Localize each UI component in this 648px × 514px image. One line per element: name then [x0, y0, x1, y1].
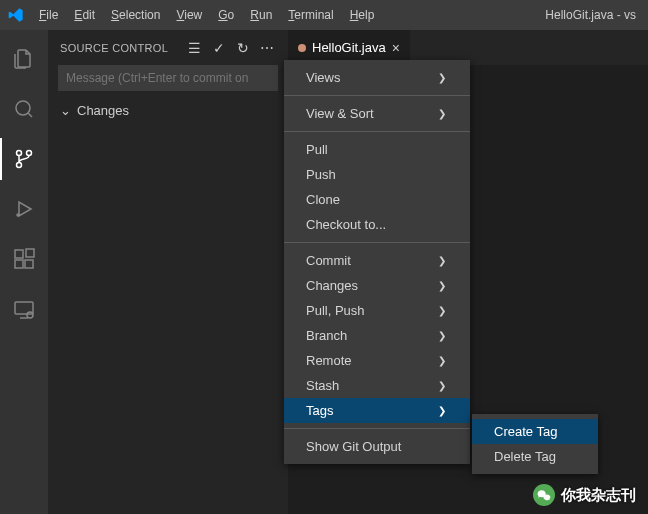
close-icon[interactable]: ×	[392, 40, 400, 56]
menu-run[interactable]: Run	[243, 4, 279, 26]
menu-item-checkout-to-[interactable]: Checkout to...	[284, 212, 470, 237]
menu-item-branch[interactable]: Branch❯	[284, 323, 470, 348]
watermark-text: 你我杂志刊	[561, 486, 636, 505]
svg-point-2	[17, 151, 22, 156]
sidebar: SOURCE CONTROL ☰ ✓ ↻ ⋯ ⌄ Changes	[48, 30, 288, 514]
menu-item-show-git-output[interactable]: Show Git Output	[284, 434, 470, 459]
svg-rect-8	[26, 249, 34, 257]
svg-point-1	[27, 151, 32, 156]
svg-point-10	[27, 312, 33, 318]
wechat-icon	[533, 484, 555, 506]
menu-terminal[interactable]: Terminal	[281, 4, 340, 26]
more-actions-icon[interactable]: ⋯	[258, 39, 276, 57]
submenu-item-delete-tag[interactable]: Delete Tag	[472, 444, 598, 469]
menu-go[interactable]: Go	[211, 4, 241, 26]
extensions-icon[interactable]	[0, 238, 48, 280]
submenu-item-create-tag[interactable]: Create Tag	[472, 419, 598, 444]
window-title: HelloGit.java - vs	[545, 8, 640, 22]
menu-help[interactable]: Help	[343, 4, 382, 26]
watermark: 你我杂志刊	[533, 484, 636, 506]
titlebar: File Edit Selection View Go Run Terminal…	[0, 0, 648, 30]
menu-selection[interactable]: Selection	[104, 4, 167, 26]
menu-item-views[interactable]: Views❯	[284, 65, 470, 90]
menu-item-changes[interactable]: Changes❯	[284, 273, 470, 298]
menu-item-view-sort[interactable]: View & Sort❯	[284, 101, 470, 126]
activity-bar	[0, 30, 48, 514]
run-debug-icon[interactable]	[0, 188, 48, 230]
menu-view[interactable]: View	[169, 4, 209, 26]
chevron-down-icon: ⌄	[60, 103, 71, 118]
view-tree-icon[interactable]: ☰	[186, 39, 204, 57]
menu-item-stash[interactable]: Stash❯	[284, 373, 470, 398]
commit-message-input[interactable]	[58, 65, 278, 91]
changes-label: Changes	[77, 103, 129, 118]
sidebar-title: SOURCE CONTROL	[60, 42, 168, 54]
commit-check-icon[interactable]: ✓	[210, 39, 228, 57]
svg-rect-5	[15, 250, 23, 258]
menu-edit[interactable]: Edit	[67, 4, 102, 26]
source-control-icon[interactable]	[0, 138, 48, 180]
svg-rect-7	[25, 260, 33, 268]
svg-point-3	[17, 163, 22, 168]
menu-item-pull[interactable]: Pull	[284, 137, 470, 162]
menu-item-push[interactable]: Push	[284, 162, 470, 187]
svg-rect-6	[15, 260, 23, 268]
search-icon[interactable]	[0, 88, 48, 130]
scm-context-menu: Views❯View & Sort❯PullPushCloneCheckout …	[284, 60, 470, 464]
svg-point-0	[16, 101, 30, 115]
svg-point-4	[17, 214, 19, 216]
sidebar-header: SOURCE CONTROL ☰ ✓ ↻ ⋯	[48, 30, 288, 65]
menubar: File Edit Selection View Go Run Terminal…	[32, 4, 381, 26]
menu-file[interactable]: File	[32, 4, 65, 26]
explorer-icon[interactable]	[0, 38, 48, 80]
remote-icon[interactable]	[0, 288, 48, 330]
tags-submenu: Create TagDelete Tag	[472, 414, 598, 474]
vscode-logo-icon	[8, 7, 24, 23]
menu-item-pull-push[interactable]: Pull, Push❯	[284, 298, 470, 323]
changes-section[interactable]: ⌄ Changes	[48, 99, 288, 122]
menu-item-commit[interactable]: Commit❯	[284, 248, 470, 273]
refresh-icon[interactable]: ↻	[234, 39, 252, 57]
tab-label: HelloGit.java	[312, 40, 386, 55]
modified-dot-icon	[298, 44, 306, 52]
menu-item-tags[interactable]: Tags❯	[284, 398, 470, 423]
menu-item-remote[interactable]: Remote❯	[284, 348, 470, 373]
menu-item-clone[interactable]: Clone	[284, 187, 470, 212]
